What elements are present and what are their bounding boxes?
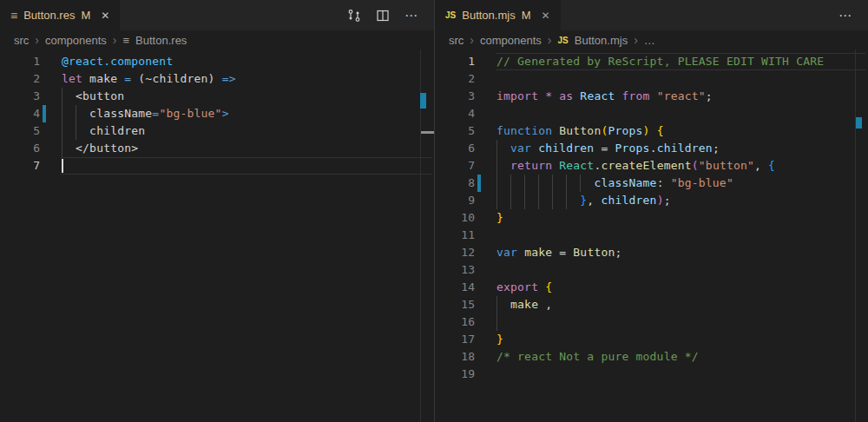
file-list-icon: ≡ — [10, 10, 17, 22]
code-line[interactable]: 19 — [435, 366, 868, 383]
code-line[interactable]: 7 return React.createElement("button", { — [435, 157, 868, 175]
line-number: 7 — [435, 157, 475, 175]
code-line[interactable]: 4 — [435, 105, 868, 122]
vscode-window: ≡ Button.res M ✕ — [0, 0, 868, 422]
code-line[interactable]: 17} — [435, 331, 868, 348]
line-number: 15 — [435, 296, 475, 313]
breadcrumb-item-src[interactable]: src — [14, 34, 29, 47]
line-number: 14 — [435, 279, 475, 296]
line-number: 10 — [435, 209, 475, 227]
line-number: 13 — [435, 261, 475, 279]
breadcrumb-item-file[interactable]: Button.res — [135, 34, 187, 47]
code-line[interactable]: 3 <button — [0, 88, 434, 105]
code-line[interactable]: 18/* react Not a pure module */ — [435, 348, 868, 366]
line-number: 4 — [0, 105, 40, 122]
code-line[interactable]: 2let make = (~children) => — [0, 70, 434, 88]
code-line[interactable]: 6 var children = Props.children; — [435, 140, 868, 157]
line-number: 6 — [435, 140, 475, 157]
code-line[interactable]: 1@react.component — [0, 53, 434, 70]
code-text: <button — [62, 88, 124, 105]
code-line[interactable]: 8 className: "bg-blue" — [435, 175, 868, 192]
code-line[interactable]: 14export { — [435, 279, 868, 296]
code-line[interactable]: 2 — [435, 70, 868, 88]
code-text: /* react Not a pure module */ — [496, 348, 699, 366]
breadcrumb-item-src[interactable]: src — [449, 34, 464, 47]
code-line[interactable]: 13 — [435, 261, 868, 279]
breadcrumb-item-components[interactable]: components — [480, 34, 542, 47]
breadcrumb-item-components[interactable]: components — [45, 34, 107, 47]
editor-actions: ⋯ — [347, 0, 434, 30]
code-text: let make = (~children) => — [62, 70, 236, 88]
code-text: className="bg-blue"> — [62, 105, 229, 122]
javascript-file-icon: JS — [445, 10, 456, 20]
chevron-right-icon: › — [634, 33, 638, 47]
open-changes-icon[interactable] — [347, 9, 361, 23]
line-number: 3 — [0, 88, 40, 105]
code-text: // Generated by ReScript, PLEASE EDIT WI… — [496, 53, 824, 70]
split-editor-icon[interactable] — [376, 9, 390, 23]
line-number: 7 — [0, 157, 40, 175]
gutter-modified-indicator — [477, 175, 481, 192]
chevron-right-icon: › — [548, 33, 552, 47]
more-actions-icon[interactable]: ⋯ — [838, 8, 852, 23]
code-text: </button> — [62, 140, 138, 157]
code-line[interactable]: 5function Button(Props) { — [435, 122, 868, 140]
code-editor-left[interactable]: 1@react.component2let make = (~children)… — [0, 49, 434, 422]
code-text: export { — [496, 279, 552, 296]
line-number: 12 — [435, 244, 475, 261]
line-number: 4 — [435, 105, 475, 122]
code-line[interactable]: 1// Generated by ReScript, PLEASE EDIT W… — [435, 53, 868, 70]
tab-button-res[interactable]: ≡ Button.res M ✕ — [0, 0, 120, 30]
gutter-modified-indicator — [43, 105, 46, 122]
close-icon[interactable]: ✕ — [542, 10, 550, 22]
breadcrumb-item-file[interactable]: Button.mjs — [575, 34, 628, 47]
code-line[interactable]: 4 className="bg-blue"> — [0, 105, 434, 122]
code-text: return React.createElement("button", { — [496, 157, 775, 175]
text-cursor — [62, 159, 63, 173]
code-line[interactable]: 12var make = Button; — [435, 244, 868, 261]
code-line[interactable]: 3import * as React from "react"; — [435, 88, 868, 105]
code-line[interactable]: 11 — [435, 227, 868, 244]
code-text: var children = Props.children; — [496, 140, 720, 157]
tab-label: Button.mjs — [462, 9, 515, 22]
code-text: function Button(Props) { — [496, 122, 664, 140]
more-actions-icon[interactable]: ⋯ — [404, 8, 418, 23]
chevron-right-icon: › — [113, 33, 117, 47]
indent-guide — [496, 313, 497, 331]
code-line[interactable]: 10} — [435, 209, 868, 227]
chevron-right-icon: › — [470, 33, 474, 47]
line-number: 8 — [435, 175, 475, 192]
chevron-right-icon: › — [35, 33, 39, 47]
code-line[interactable]: 9 }, children); — [435, 192, 868, 209]
code-editor-right[interactable]: 1// Generated by ReScript, PLEASE EDIT W… — [435, 49, 868, 422]
code-line[interactable]: 16 — [435, 313, 868, 331]
breadcrumb-right: src › components › JS Button.mjs › … — [435, 30, 868, 49]
code-text: make , — [496, 296, 552, 313]
code-text: children — [62, 122, 145, 140]
editor-pane-left: ≡ Button.res M ✕ — [0, 0, 434, 422]
modified-badge: M — [522, 9, 531, 22]
tab-bar-right: JS Button.mjs M ✕ ⋯ — [435, 0, 868, 30]
editor-pane-right: JS Button.mjs M ✕ ⋯ src › components › J… — [434, 0, 868, 422]
code-text: }, children); — [496, 192, 671, 209]
line-number: 1 — [435, 53, 475, 70]
line-number: 11 — [435, 227, 475, 244]
editor-actions: ⋯ — [838, 0, 868, 30]
close-icon[interactable]: ✕ — [101, 10, 109, 22]
line-number: 5 — [435, 122, 475, 140]
line-number: 16 — [435, 313, 475, 331]
code-text: var make = Button; — [496, 244, 622, 261]
code-text: @react.component — [62, 53, 173, 70]
line-number: 18 — [435, 348, 475, 366]
file-list-icon: ≡ — [123, 34, 130, 47]
code-text: } — [496, 209, 503, 227]
code-line[interactable]: 5 children — [0, 122, 434, 140]
code-line[interactable]: 6 </button> — [0, 140, 434, 157]
code-line[interactable]: 7 — [0, 157, 434, 175]
javascript-file-icon: JS — [558, 36, 569, 45]
code-line[interactable]: 15 make , — [435, 296, 868, 313]
tab-label: Button.res — [23, 9, 75, 22]
tab-button-mjs[interactable]: JS Button.mjs M ✕ — [435, 0, 561, 30]
line-number: 3 — [435, 88, 475, 105]
breadcrumb-item-symbol[interactable]: … — [644, 34, 655, 47]
